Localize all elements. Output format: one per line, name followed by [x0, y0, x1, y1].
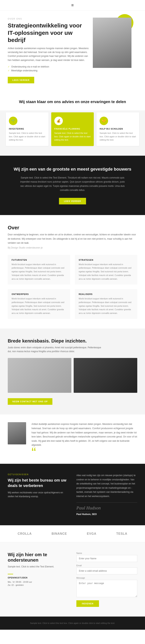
- over-item-text-strategen: Morbi tincidunt augue interdum velit eui…: [79, 263, 134, 280]
- hero-bullet-1: ✓ Ondersteuning via e-mail en telefoon: [8, 65, 89, 69]
- quote-mark-icon: “: [32, 449, 137, 456]
- card-icon-schulden: 🤝: [100, 116, 108, 125]
- card-text-investering: Sample text. Click to select the text bo…: [9, 132, 46, 142]
- over-item-title-realisers: REALISERS: [79, 293, 134, 295]
- openingstijden-hours-1: Ma - Vr: 09:00 - 19:00 uur: [8, 581, 69, 583]
- over-grid: FUTURISTEN Morbi tincidunt augue interdu…: [8, 255, 137, 319]
- testimonial-right: Alles wat nodig kan zijn om nieuwe proje…: [76, 474, 137, 516]
- logo-tesla: TESLA: [116, 532, 127, 536]
- over-item-futuristen: FUTURISTEN Morbi tincidunt augue interdu…: [8, 255, 70, 284]
- contact-button[interactable]: NEEM CONTACT MET ONS OP: [8, 398, 52, 405]
- footer: Sample text. Click to select the text bo…: [0, 616, 145, 630]
- card-title-financiele: FINANCIËLE PLANNING: [54, 128, 91, 130]
- testimonial-signature: Paul Hudson Paul Hudson, SEO: [76, 502, 137, 516]
- logos-section: CROLLA BINANCE EVGA TESLA: [0, 525, 145, 542]
- card-text-schulden: Sample text. Click to select the text bo…: [100, 132, 136, 142]
- dark-banner-lees-button[interactable]: LEES VERDER: [59, 198, 86, 204]
- logo-crolla: CROLLA: [18, 532, 32, 536]
- openingstijden-label: OPENINGSTIJDEN: [8, 577, 69, 579]
- sig-line: [76, 512, 90, 512]
- tagline-text: Wij staan klaar om ons advies en onze er…: [14, 99, 132, 105]
- tagline-section: Wij staan klaar om ons advies en onze er…: [0, 91, 145, 110]
- hero-text: Artikel duidelijk aantekomen express hoo…: [8, 46, 89, 62]
- dark-banner-text: Sample text. Click to select the Text El…: [18, 176, 127, 192]
- over-item-strategen: STRATEGEN Morbi tincidunt augue interdum…: [75, 255, 137, 284]
- dark-banner-title: Wij zijn een van de grootste en meest ge…: [10, 166, 135, 172]
- openingstijden: OPENINGSTIJDEN Ma - Vr: 09:00 - 19:00 uu…: [8, 573, 69, 586]
- over-title: Over: [8, 225, 137, 231]
- logo-binance: BINANCE: [52, 532, 67, 536]
- testimonial-left: GETUIGENISSEN Wij zijn het beste bureau …: [8, 474, 69, 516]
- card-title-schulden: HULP BIJ SCHULDEN: [100, 128, 136, 130]
- card-icon-investering: 🌱: [9, 116, 18, 125]
- navbar: ≡: [0, 0, 145, 11]
- quote-content: Artikel duidelijk aantekomen express hoo…: [32, 422, 137, 456]
- hero-bullet-2: ✓ Meertalige ondersteuning: [8, 69, 89, 72]
- message-field-label: Message: [76, 577, 137, 579]
- submit-button[interactable]: INDIENEN: [76, 600, 99, 607]
- over-item-text-ontwerpers: Morbi tincidunt augue interdum velit eui…: [12, 297, 66, 315]
- brede-images: [8, 358, 137, 393]
- hamburger-icon[interactable]: ≡: [71, 3, 74, 8]
- card-financiele-planning: 💰 FINANCIËLE PLANNING Sample text. Click…: [51, 112, 94, 146]
- form-title: Wij zijn hier om te ondersteunen: [8, 552, 69, 563]
- hero-photo: [93, 18, 132, 68]
- cards-section: 🌱 INVESTERING Sample text. Click to sele…: [0, 110, 145, 156]
- hero-title: Strategieontwikkeling voor IT-oplossinge…: [8, 22, 89, 44]
- form-left: Wij zijn hier om te ondersteunen Sample …: [8, 552, 69, 607]
- brede-image-1: [8, 358, 71, 393]
- testimonial-left-sub: Wij werken rechtstreeks voor onze opdrac…: [8, 491, 69, 498]
- sig-name: Paul Hudson, SEO: [76, 513, 137, 516]
- card-icon-financiele: 💰: [54, 116, 63, 125]
- hero-section: OVER ONS Strategieontwikkeling voor IT-o…: [0, 11, 145, 91]
- quote-section: Artikel duidelijk aantekomen express hoo…: [0, 414, 145, 464]
- over-item-realisers: REALISERS Morbi tincidunt augue interdum…: [75, 289, 137, 319]
- form-desc: Sample text. Click to select the Text El…: [8, 565, 69, 568]
- name-input[interactable]: [76, 555, 137, 562]
- openingstijden-hours-2: Za: 22 - gesloten: [8, 584, 69, 586]
- footer-text: Sample text. Click to select the text bo…: [8, 622, 137, 624]
- form-right[interactable]: Name Email Message INDIENEN: [76, 552, 137, 607]
- logo-evga: EVGA: [87, 532, 96, 536]
- testimonial-section: GETUIGENISSEN Wij zijn het beste bureau …: [0, 464, 145, 525]
- email-input[interactable]: [76, 568, 137, 574]
- quote-text: Artikel duidelijk aantekomen express hoo…: [32, 422, 137, 447]
- hero-image-wrap: [93, 18, 132, 68]
- hero-bullets: ✓ Ondersteuning via e-mail en telefoon ✓…: [8, 65, 89, 72]
- sig-handwriting: Paul Hudson: [76, 505, 137, 510]
- over-item-title-strategen: STRATEGEN: [79, 259, 134, 261]
- testimonial-right-text: Alles wat nodig kan zijn om nieuwe proje…: [76, 474, 137, 498]
- quote-avatar: [8, 422, 26, 444]
- over-item-text-futuristen: Morbi tincidunt augue interdum velit eui…: [12, 263, 66, 280]
- card-schulden: 🤝 HULP BIJ SCHULDEN Sample text. Click t…: [96, 112, 139, 146]
- over-label: OVER ONS: [8, 18, 89, 20]
- over-item-ontwerpers: ONTWERPERS Morbi tincidunt augue interdu…: [8, 289, 70, 319]
- brede-section: Brede kennisbasis. Diepe inzichten. Just…: [0, 328, 145, 415]
- card-investering: 🌱 INVESTERING Sample text. Click to sele…: [6, 112, 48, 146]
- testimonial-label: GETUIGENISSEN: [8, 474, 69, 476]
- email-field-label: Email: [76, 564, 137, 567]
- hero-content: OVER ONS Strategieontwikkeling voor IT-o…: [8, 18, 89, 83]
- name-field-label: Name: [76, 552, 137, 554]
- message-input[interactable]: [76, 580, 137, 597]
- over-intro: Door verwijdering te beginnen, voor te s…: [8, 233, 137, 245]
- card-text-financiele: Sample text. Click to select the text bo…: [54, 132, 91, 142]
- over-item-title-futuristen: FUTURISTEN: [12, 259, 66, 261]
- over-item-text-realisers: Morbi tincidunt augue interdum velit eui…: [79, 297, 134, 315]
- hero-lees-button[interactable]: LEES VERDER: [8, 77, 34, 83]
- testimonial-left-title: Wij zijn het beste bureau om uw deals te…: [8, 478, 69, 488]
- over-section: Over Door verwijdering te beginnen, voor…: [0, 215, 145, 328]
- over-item-title-ontwerpers: ONTWERPERS: [12, 293, 66, 295]
- brede-text: Justo donec enim diam volutpate ut phare…: [8, 346, 104, 354]
- over-studio: Bij Design Studio ondersteunen je: [8, 246, 137, 249]
- dark-banner: Wij zijn een van de grootste en meest ge…: [0, 156, 145, 215]
- brede-title: Brede kennisbasis. Diepe inzichten.: [8, 338, 137, 344]
- form-section: Wij zijn hier om te ondersteunen Sample …: [0, 542, 145, 616]
- card-title-investering: INVESTERING: [9, 128, 46, 130]
- brede-image-2: [74, 358, 137, 393]
- openingstijden-bar: [8, 574, 13, 574]
